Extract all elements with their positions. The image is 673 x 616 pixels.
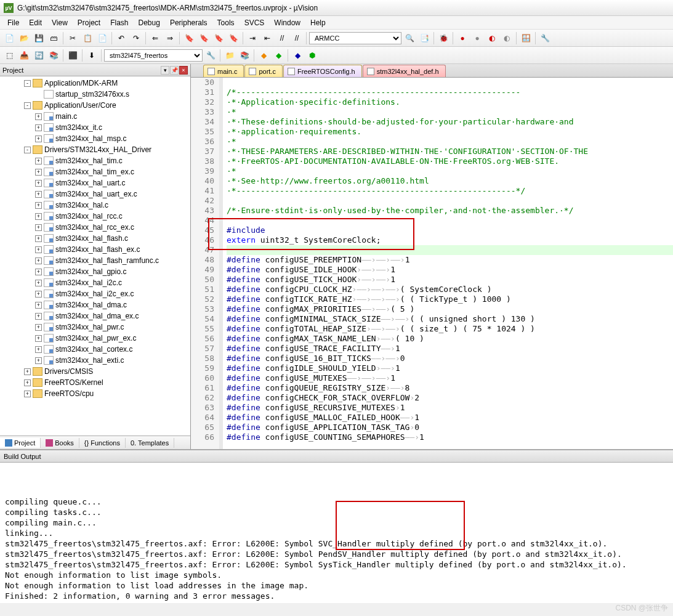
menu-window[interactable]: Window	[269, 17, 305, 28]
tree-item[interactable]: -Application/User/Core	[0, 100, 190, 111]
manage-books-icon[interactable]: 📚	[238, 49, 251, 62]
breakpoint-clear-icon[interactable]: ◐	[500, 31, 514, 45]
expander-icon[interactable]: +	[35, 335, 42, 342]
rebuild-icon[interactable]: 🔄	[32, 49, 46, 62]
configure-icon[interactable]: 🔧	[538, 31, 552, 45]
bookmark-icon[interactable]: 🔖	[182, 31, 196, 45]
breakpoint-icon[interactable]: ●	[456, 31, 469, 45]
breakpoint-kill-icon[interactable]: ◐	[485, 31, 499, 45]
expander-icon[interactable]: +	[35, 357, 42, 364]
stop-build-icon[interactable]: ⬛	[66, 49, 79, 62]
bookmark-prev-icon[interactable]: 🔖	[197, 31, 211, 45]
tree-item[interactable]: +stm32l4xx_hal_flash_ex.c	[0, 244, 190, 255]
tree-item[interactable]: startup_stm32l476xx.s	[0, 89, 190, 100]
tree-item[interactable]: +stm32l4xx_hal_flash.c	[0, 233, 190, 244]
expander-icon[interactable]: +	[35, 302, 42, 309]
download-icon[interactable]: ⬇	[85, 49, 99, 62]
tree-item[interactable]: -Application/MDK-ARM	[0, 78, 190, 89]
expander-icon[interactable]: +	[35, 202, 42, 209]
save-icon[interactable]: 💾	[32, 31, 46, 45]
expander-icon[interactable]: +	[35, 224, 42, 231]
simulator-icon[interactable]: ◆	[291, 49, 304, 62]
new-file-icon[interactable]: 📄	[2, 31, 16, 45]
expander-icon[interactable]: +	[35, 213, 42, 220]
uncomment-icon[interactable]: //	[290, 31, 304, 45]
target-select[interactable]: stm32l475_freertos	[104, 49, 203, 62]
expander-icon[interactable]: +	[35, 136, 42, 142]
build-icon[interactable]: 📥	[17, 49, 31, 62]
cut-icon[interactable]: ✂	[66, 31, 79, 45]
nav-back-icon[interactable]: ⇐	[148, 31, 162, 45]
expander-icon[interactable]: +	[35, 257, 42, 264]
debug-icon[interactable]: 🐞	[437, 31, 450, 45]
tree-item[interactable]: +FreeRTOS/cpu	[0, 388, 190, 399]
expander-icon[interactable]: +	[24, 391, 31, 397]
redo-icon[interactable]: ↷	[129, 31, 143, 45]
file-tab[interactable]: main.c	[203, 65, 244, 77]
menu-help[interactable]: Help	[305, 17, 331, 28]
panel-close-icon[interactable]: ×	[179, 66, 188, 75]
expander-icon[interactable]: +	[24, 368, 31, 375]
expander-icon[interactable]: -	[24, 147, 31, 153]
tree-item[interactable]: +stm32l4xx_hal_cortex.c	[0, 344, 190, 355]
panel-pin-icon[interactable]: 📌	[170, 66, 179, 75]
translate-icon[interactable]: ⬚	[2, 49, 16, 62]
expander-icon[interactable]: +	[35, 280, 42, 286]
find-in-files-icon[interactable]: 📑	[417, 31, 431, 45]
tree-item[interactable]: +stm32l4xx_hal.c	[0, 200, 190, 211]
tree-item[interactable]: +stm32l4xx_hal_flash_ramfunc.c	[0, 255, 190, 266]
compiler-select[interactable]: ARMCC	[309, 32, 401, 44]
paste-icon[interactable]: 📄	[95, 31, 109, 45]
bookmark-clear-icon[interactable]: 🔖	[227, 31, 240, 45]
menu-tools[interactable]: Tools	[212, 17, 240, 28]
tree-item[interactable]: +main.c	[0, 111, 190, 122]
file-tab[interactable]: port.c	[244, 65, 283, 77]
tree-item[interactable]: +stm32l4xx_hal_dma.c	[0, 299, 190, 310]
expander-icon[interactable]: +	[35, 313, 42, 320]
menu-edit[interactable]: Edit	[24, 17, 47, 28]
tree-item[interactable]: +stm32l4xx_hal_exti.c	[0, 355, 190, 366]
expander-icon[interactable]: +	[35, 169, 42, 176]
tree-item[interactable]: +stm32l4xx_hal_pwr_ex.c	[0, 333, 190, 344]
tab-books[interactable]: Books	[41, 438, 79, 448]
pack-installer-icon[interactable]: ◆	[257, 49, 270, 62]
cube-icon[interactable]: ⬢	[305, 49, 319, 62]
tree-item[interactable]: +stm32l4xx_hal_dma_ex.c	[0, 310, 190, 322]
expander-icon[interactable]: +	[35, 346, 42, 353]
target-options-icon[interactable]: 🔧	[204, 49, 217, 62]
undo-icon[interactable]: ↶	[115, 31, 128, 45]
indent-icon[interactable]: ⇥	[246, 31, 259, 45]
copy-icon[interactable]: 📋	[81, 31, 94, 45]
expander-icon[interactable]: +	[35, 291, 42, 298]
menu-project[interactable]: Project	[73, 17, 105, 28]
panel-menu-icon[interactable]: ▾	[161, 66, 169, 75]
manage-rte-icon[interactable]: ◆	[272, 49, 285, 62]
menu-peripherals[interactable]: Peripherals	[165, 17, 212, 28]
tree-item[interactable]: +stm32l4xx_hal_uart_ex.c	[0, 188, 190, 200]
expander-icon[interactable]: -	[24, 80, 31, 87]
breakpoint-disable-icon[interactable]: ●	[470, 31, 484, 45]
expander-icon[interactable]: +	[35, 235, 42, 242]
tree-item[interactable]: +stm32l4xx_hal_pwr.c	[0, 322, 190, 333]
find-icon[interactable]: 🔍	[403, 31, 416, 45]
tree-item[interactable]: +stm32l4xx_hal_rcc_ex.c	[0, 222, 190, 233]
batch-build-icon[interactable]: 📚	[47, 49, 60, 62]
project-tree[interactable]: -Application/MDK-ARMstartup_stm32l476xx.…	[0, 76, 190, 436]
window-icon[interactable]: 🪟	[519, 31, 533, 45]
outdent-icon[interactable]: ⇤	[260, 31, 274, 45]
menu-debug[interactable]: Debug	[134, 17, 165, 28]
tree-item[interactable]: +stm32l4xx_hal_rcc.c	[0, 211, 190, 222]
build-output[interactable]: compiling queue.c...compiling tasks.c...…	[0, 463, 673, 603]
menu-svcs[interactable]: SVCS	[240, 17, 270, 28]
tree-item[interactable]: -Drivers/STM32L4xx_HAL_Driver	[0, 144, 190, 155]
tree-item[interactable]: +stm32l4xx_hal_gpio.c	[0, 266, 190, 277]
file-tab[interactable]: FreeRTOSConfig.h	[283, 65, 362, 77]
tree-item[interactable]: +Drivers/CMSIS	[0, 366, 190, 377]
code-content[interactable]: /*--------------------------------------…	[223, 78, 673, 449]
menu-view[interactable]: View	[47, 17, 73, 28]
tree-item[interactable]: +stm32l4xx_hal_msp.c	[0, 133, 190, 144]
tab-templates[interactable]: 0. Templates	[126, 438, 174, 448]
tree-item[interactable]: +stm32l4xx_hal_uart.c	[0, 177, 190, 188]
file-tab[interactable]: stm32l4xx_hal_def.h	[363, 65, 446, 77]
expander-icon[interactable]: +	[35, 191, 42, 198]
